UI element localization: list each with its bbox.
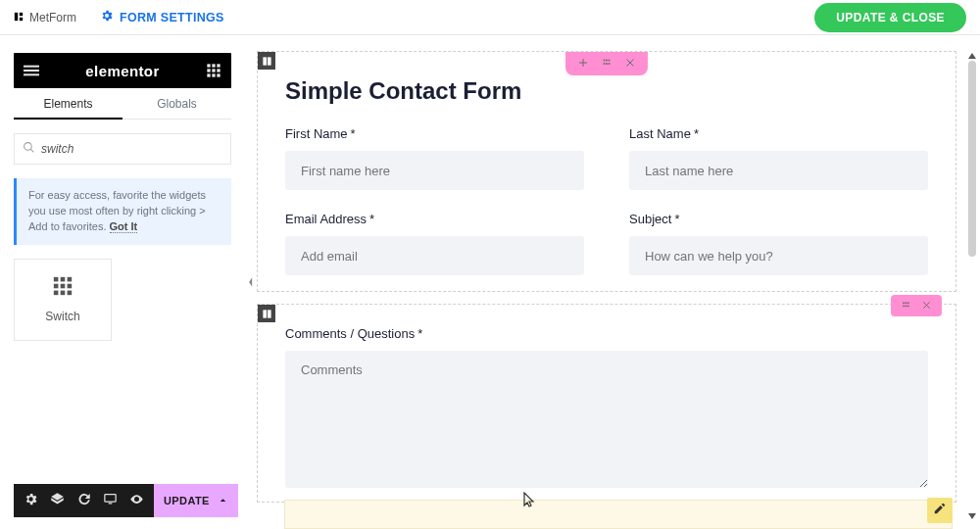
editor-canvas: Simple Contact Form First Name* Last Nam… — [257, 35, 980, 529]
subject-input[interactable] — [629, 236, 928, 275]
svg-point-28 — [604, 60, 606, 62]
widget-search[interactable] — [14, 133, 231, 165]
sidebar-tabs: Elements Globals — [14, 88, 231, 120]
preview-icon[interactable] — [129, 492, 144, 510]
svg-rect-11 — [217, 69, 220, 72]
svg-rect-7 — [212, 64, 215, 67]
svg-rect-27 — [109, 503, 113, 504]
sidebar-update-button[interactable]: UPDATE — [154, 484, 238, 517]
svg-point-37 — [906, 302, 907, 304]
comments-textarea[interactable] — [285, 351, 928, 488]
column-toolbar — [891, 295, 942, 316]
column-handle-icon[interactable] — [258, 52, 275, 70]
favorites-tip-cta[interactable]: Got It — [110, 220, 138, 233]
svg-rect-4 — [24, 70, 39, 72]
svg-rect-21 — [61, 284, 66, 289]
svg-point-39 — [903, 306, 905, 308]
svg-rect-19 — [68, 277, 73, 282]
scroll-up-icon[interactable] — [967, 47, 977, 57]
widget-switch-label: Switch — [45, 310, 79, 323]
favorites-tip: For easy access, favorite the widgets yo… — [14, 178, 231, 245]
switch-widget-icon — [52, 275, 74, 300]
tab-globals[interactable]: Globals — [122, 88, 231, 119]
form-section-1[interactable]: Simple Contact Form First Name* Last Nam… — [257, 51, 956, 292]
sidebar-footer: UPDATE — [14, 484, 231, 517]
search-icon — [23, 140, 35, 158]
elementor-logo: elementor — [85, 63, 159, 79]
svg-rect-35 — [267, 57, 270, 65]
svg-point-36 — [903, 302, 905, 304]
canvas-scrollbar[interactable] — [968, 51, 976, 513]
settings-icon[interactable] — [24, 492, 38, 510]
svg-point-40 — [906, 306, 907, 308]
svg-rect-14 — [217, 73, 220, 76]
svg-rect-5 — [24, 73, 39, 75]
svg-point-41 — [907, 306, 909, 308]
chevron-up-icon — [218, 495, 228, 507]
edit-widget-button[interactable] — [927, 498, 953, 523]
layers-icon[interactable] — [50, 492, 65, 510]
svg-rect-34 — [263, 57, 267, 65]
svg-rect-12 — [207, 73, 210, 76]
svg-rect-3 — [24, 66, 39, 68]
metform-brand-label: MetForm — [29, 11, 76, 24]
widget-search-input[interactable] — [41, 142, 222, 156]
email-input[interactable] — [285, 236, 584, 275]
delete-column-icon[interactable] — [921, 297, 932, 314]
svg-rect-22 — [68, 284, 73, 289]
first-name-input[interactable] — [285, 151, 584, 190]
widget-switch[interactable]: Switch — [14, 259, 112, 341]
add-section-icon[interactable] — [577, 55, 589, 72]
subject-label: Subject* — [629, 212, 928, 226]
form-settings-label: FORM SETTINGS — [120, 11, 224, 24]
svg-rect-26 — [105, 494, 116, 502]
sidebar-collapse-handle[interactable] — [245, 35, 257, 529]
svg-point-32 — [606, 63, 608, 65]
svg-line-16 — [30, 149, 33, 152]
column-handle-icon[interactable] — [258, 305, 275, 322]
svg-rect-24 — [61, 291, 66, 296]
last-name-input[interactable] — [629, 151, 928, 190]
form-settings-link[interactable]: FORM SETTINGS — [100, 9, 224, 25]
svg-point-29 — [606, 60, 608, 62]
widget-hover-band — [284, 500, 953, 529]
email-field: Email Address* — [285, 212, 584, 275]
responsive-icon[interactable] — [103, 492, 118, 510]
subject-field: Subject* — [629, 212, 928, 275]
svg-rect-20 — [54, 284, 59, 289]
svg-point-31 — [604, 63, 606, 65]
comments-label: Comments / Questions* — [285, 326, 928, 341]
first-name-field: First Name* — [285, 126, 584, 190]
update-and-close-button[interactable]: UPDATE & CLOSE — [814, 3, 966, 32]
last-name-field: Last Name* — [629, 126, 928, 190]
form-section-2[interactable]: Comments / Questions* — [257, 304, 956, 503]
scroll-down-icon[interactable] — [967, 507, 977, 517]
history-icon[interactable] — [76, 492, 91, 510]
elementor-sidebar: elementor Elements Globals For easy acce… — [0, 35, 245, 529]
svg-rect-0 — [15, 12, 18, 20]
tab-elements[interactable]: Elements — [14, 88, 122, 119]
svg-point-30 — [609, 60, 611, 62]
svg-rect-18 — [61, 277, 66, 282]
mouse-cursor-icon — [523, 492, 535, 507]
svg-rect-10 — [212, 69, 215, 72]
section-toolbar — [565, 52, 648, 75]
drag-section-icon[interactable] — [601, 55, 612, 72]
metform-brand-icon — [14, 11, 24, 24]
widgets-grid-icon[interactable] — [206, 63, 221, 78]
gear-icon — [100, 9, 114, 25]
svg-point-38 — [907, 302, 909, 304]
svg-rect-17 — [54, 277, 59, 282]
delete-section-icon[interactable] — [624, 55, 636, 72]
form-title: Simple Contact Form — [285, 77, 928, 105]
svg-rect-2 — [20, 17, 23, 20]
sidebar-header: elementor — [14, 53, 231, 88]
svg-rect-1 — [20, 12, 23, 15]
svg-point-15 — [24, 143, 32, 151]
svg-rect-13 — [212, 73, 215, 76]
drag-column-icon[interactable] — [901, 297, 911, 314]
svg-rect-8 — [217, 64, 220, 67]
hamburger-icon[interactable] — [24, 63, 39, 78]
svg-rect-6 — [207, 64, 210, 67]
sidebar-update-label: UPDATE — [164, 495, 210, 506]
